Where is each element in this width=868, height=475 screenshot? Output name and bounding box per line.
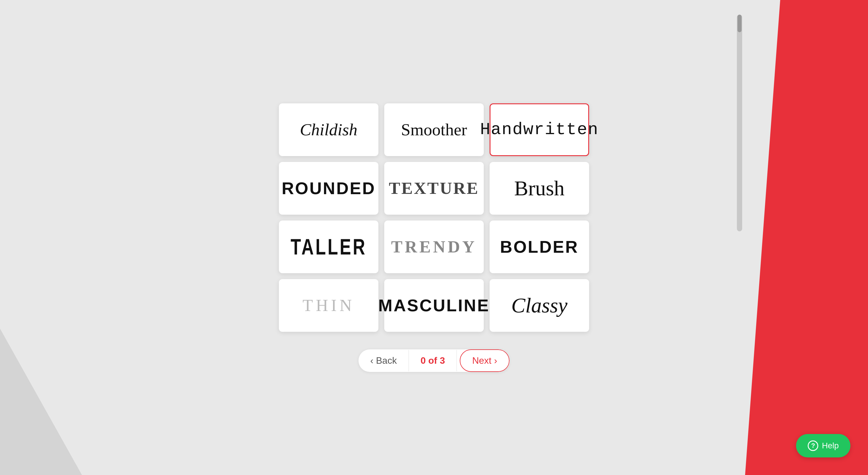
font-card-classy[interactable]: Classy (490, 279, 589, 332)
font-card-bolder[interactable]: BOLDER (490, 220, 589, 273)
font-card-masculine[interactable]: MASCULINE (384, 279, 484, 332)
font-card-thin[interactable]: THIN (279, 279, 378, 332)
font-card-childish[interactable]: Childish (279, 103, 378, 156)
back-button[interactable]: ‹ Back (359, 350, 409, 371)
scrollbar-track[interactable] (737, 14, 742, 231)
font-label-rounded: ROUNDED (282, 180, 375, 197)
help-icon: ? (808, 440, 818, 451)
font-label-classy: Classy (511, 295, 567, 316)
help-button[interactable]: ? Help (796, 434, 850, 457)
help-label: Help (822, 441, 839, 450)
font-label-smoother: Smoother (401, 121, 467, 138)
font-label-taller: TALLER (290, 236, 367, 258)
next-button[interactable]: Next › (460, 349, 509, 372)
font-label-bolder: BOLDER (500, 238, 579, 255)
font-label-trendy: TRENDY (391, 238, 477, 255)
scrollbar-thumb[interactable] (738, 14, 742, 32)
font-label-handwritten: Handwritten (480, 121, 599, 138)
font-grid: ChildishSmootherHandwrittenROUNDEDTEXTUR… (279, 103, 589, 332)
font-card-handwritten[interactable]: Handwritten (490, 103, 589, 156)
font-card-brush[interactable]: Brush (490, 162, 589, 215)
font-card-smoother[interactable]: Smoother (384, 103, 484, 156)
font-label-masculine: MASCULINE (378, 297, 490, 314)
font-label-texture: TEXTURE (389, 180, 479, 197)
bottom-nav: ‹ Back 0 of 3 Next › (359, 349, 509, 372)
font-card-trendy[interactable]: TRENDY (384, 220, 484, 273)
font-label-brush: Brush (514, 178, 564, 199)
font-card-taller[interactable]: TALLER (279, 220, 378, 273)
font-label-childish: Childish (300, 121, 358, 138)
counter-label: 0 of 3 (409, 350, 457, 371)
font-card-texture[interactable]: TEXTURE (384, 162, 484, 215)
font-label-thin: THIN (303, 297, 355, 314)
font-card-rounded[interactable]: ROUNDED (279, 162, 378, 215)
